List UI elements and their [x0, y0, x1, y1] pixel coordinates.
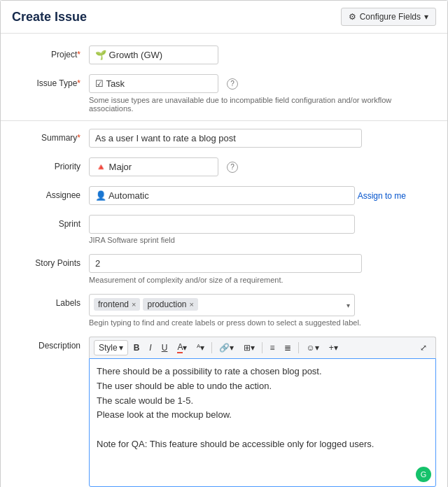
- modal-header: Create Issue ⚙ Configure Fields ▾: [1, 1, 447, 34]
- superscript-chevron-icon: ▾: [200, 343, 204, 353]
- toolbar-separator-2: [262, 342, 262, 353]
- story-points-hint: Measurement of complexity and/or size of…: [89, 276, 436, 284]
- grammarly-icon: G: [416, 467, 431, 482]
- labels-hint: Begin typing to find and create labels o…: [89, 318, 436, 327]
- divider: [1, 120, 447, 121]
- style-chevron-icon: ▾: [119, 343, 123, 353]
- project-control: 🌱 Growth (GW): [89, 45, 436, 64]
- remove-frontend-label[interactable]: ×: [132, 300, 136, 309]
- sprint-control: JIRA Software sprint field: [89, 215, 436, 244]
- sprint-select-wrap: [89, 215, 355, 234]
- labels-chevron-icon: ▾: [346, 302, 350, 309]
- label-tag-production: production ×: [143, 298, 197, 311]
- toolbar-separator-3: [298, 342, 299, 353]
- assignee-select-wrap: 👤 Automatic: [89, 186, 355, 205]
- text-color-chevron-icon: ▾: [183, 343, 187, 353]
- labels-input[interactable]: frontend × production × ▾: [89, 294, 355, 316]
- link-button[interactable]: 🔗 ▾: [215, 341, 238, 355]
- description-editor[interactable]: There should be a possibility to rate a …: [89, 358, 436, 487]
- labels-control: frontend × production × ▾ Begin typing t…: [89, 294, 436, 327]
- project-select-wrap: 🌱 Growth (GW): [89, 45, 218, 64]
- priority-control: 🔺 Major Critical Minor Trivial ?: [89, 157, 436, 176]
- sprint-hint: JIRA Software sprint field: [89, 236, 436, 244]
- style-dropdown-button[interactable]: Style ▾: [94, 340, 128, 355]
- sprint-label: Sprint: [12, 215, 89, 229]
- editor-toolbar: Style ▾ B I U A ▾ ᴬ ▾: [89, 337, 436, 358]
- issue-type-control: ☑ Task Bug Story Epic ? Some issue types…: [89, 74, 436, 113]
- issue-type-label: Issue Type*: [12, 74, 89, 88]
- priority-label: Priority: [12, 157, 89, 171]
- underline-button[interactable]: U: [158, 341, 172, 355]
- configure-fields-button[interactable]: ⚙ Configure Fields ▾: [341, 8, 436, 26]
- assign-to-me-link[interactable]: Assign to me: [358, 191, 406, 201]
- priority-select[interactable]: 🔺 Major Critical Minor Trivial: [89, 157, 218, 176]
- project-label: Project*: [12, 45, 89, 59]
- assignee-control: 👤 Automatic Assign to me: [89, 186, 436, 205]
- labels-label: Labels: [12, 294, 89, 308]
- issue-type-row: Issue Type* ☑ Task Bug Story Epic ? Some…: [1, 69, 447, 118]
- summary-label: Summary*: [12, 129, 89, 143]
- description-row: Description Style ▾ B I U A ▾ ᴬ: [1, 332, 447, 487]
- summary-input[interactable]: [89, 129, 362, 148]
- description-label: Description: [12, 337, 89, 351]
- superscript-button[interactable]: ᴬ ▾: [192, 341, 209, 355]
- modal-title: Create Issue: [12, 10, 87, 24]
- text-color-button[interactable]: A ▾: [173, 340, 191, 355]
- fullscreen-button[interactable]: ⤢: [416, 341, 431, 355]
- summary-row: Summary*: [1, 124, 447, 153]
- more-button[interactable]: + ▾: [325, 341, 342, 355]
- insert-button[interactable]: ⊞ ▾: [239, 341, 259, 355]
- story-points-control: Measurement of complexity and/or size of…: [89, 254, 436, 284]
- link-chevron-icon: ▾: [230, 343, 234, 353]
- assignee-row: Assignee 👤 Automatic Assign to me: [1, 181, 447, 210]
- bullet-list-button[interactable]: ≡: [265, 341, 279, 355]
- more-chevron-icon: ▾: [334, 343, 338, 353]
- labels-row: Labels frontend × production × ▾ Begin t…: [1, 289, 447, 332]
- assignee-label: Assignee: [12, 186, 89, 200]
- story-points-input[interactable]: [89, 254, 362, 273]
- number-list-button[interactable]: ≣: [280, 341, 295, 355]
- toolbar-separator-1: [211, 342, 212, 353]
- bold-button[interactable]: B: [130, 341, 144, 355]
- project-row: Project* 🌱 Growth (GW): [1, 41, 447, 69]
- priority-select-wrap: 🔺 Major Critical Minor Trivial: [89, 157, 218, 176]
- priority-help-icon[interactable]: ?: [227, 162, 238, 173]
- assignee-select[interactable]: 👤 Automatic: [89, 186, 355, 205]
- remove-production-label[interactable]: ×: [190, 300, 194, 309]
- issue-type-select-wrap: ☑ Task Bug Story Epic: [89, 74, 218, 93]
- issue-type-select[interactable]: ☑ Task Bug Story Epic: [89, 74, 218, 93]
- issue-type-notice: Some issue types are unavailable due to …: [89, 96, 436, 113]
- summary-control: [89, 129, 436, 148]
- label-tag-frontend: frontend ×: [94, 298, 140, 311]
- gear-icon: ⚙: [349, 12, 356, 22]
- sprint-select[interactable]: [89, 215, 355, 234]
- project-select[interactable]: 🌱 Growth (GW): [89, 45, 218, 64]
- issue-type-help-icon[interactable]: ?: [227, 78, 238, 90]
- create-issue-modal: Create Issue ⚙ Configure Fields ▾ Projec…: [0, 0, 448, 487]
- chevron-down-icon: ▾: [424, 12, 428, 22]
- modal-body: Project* 🌱 Growth (GW) Issue Type*: [1, 34, 447, 487]
- italic-button[interactable]: I: [145, 341, 155, 355]
- priority-row: Priority 🔺 Major Critical Minor Trivial …: [1, 153, 447, 181]
- emoji-chevron-icon: ▾: [315, 343, 319, 353]
- insert-chevron-icon: ▾: [251, 343, 255, 353]
- story-points-row: Story Points Measurement of complexity a…: [1, 249, 447, 289]
- description-control: Style ▾ B I U A ▾ ᴬ ▾: [89, 337, 436, 487]
- sprint-row: Sprint JIRA Software sprint field: [1, 210, 447, 249]
- emoji-button[interactable]: ☺ ▾: [302, 341, 323, 355]
- story-points-label: Story Points: [12, 254, 89, 268]
